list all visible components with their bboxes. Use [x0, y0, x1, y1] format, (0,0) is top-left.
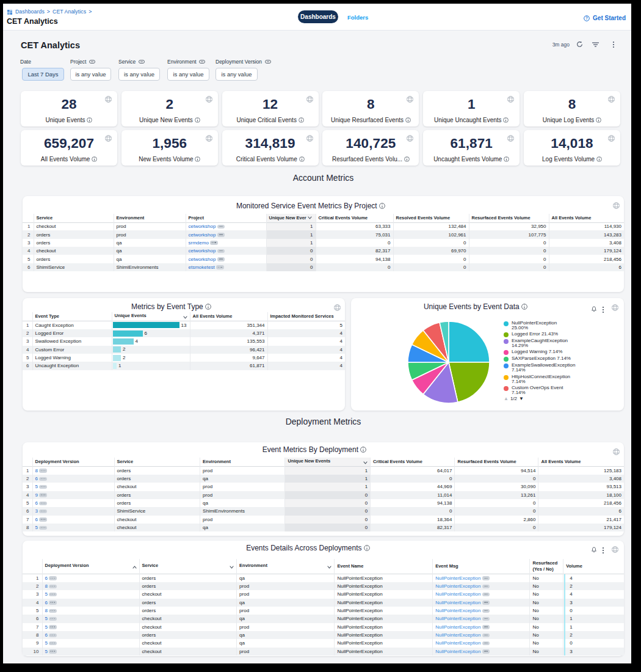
- svg-text:?: ?: [585, 16, 588, 20]
